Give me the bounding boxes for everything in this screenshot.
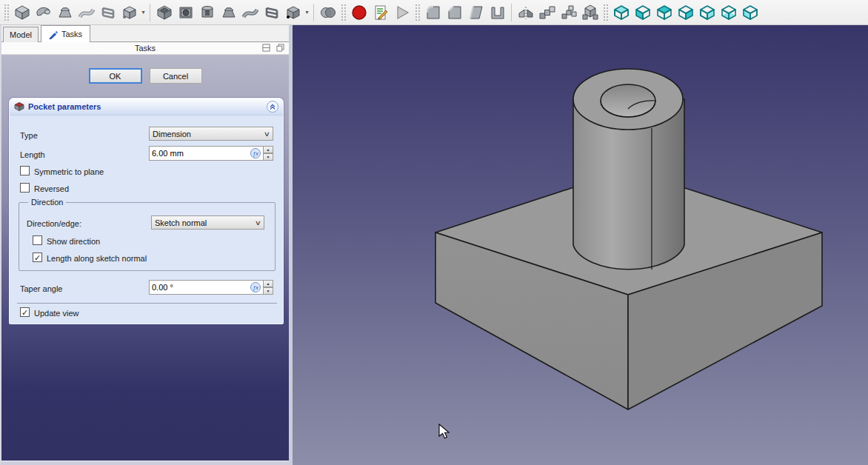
pocket-parameters-header: Pocket parameters bbox=[10, 98, 283, 116]
direction-group-label: Direction bbox=[28, 198, 66, 207]
toolbar-drag-handle[interactable] bbox=[603, 4, 608, 21]
length-spinner bbox=[263, 146, 273, 161]
length-along-sketch-normal-label: Length along sketch normal bbox=[47, 254, 147, 263]
toolbar-drag-handle[interactable] bbox=[415, 4, 420, 21]
spin-down-icon[interactable] bbox=[263, 153, 273, 161]
spin-down-icon[interactable] bbox=[263, 287, 273, 295]
pocket-parameters-dialog: Pocket parameters Type Dimension ∨ Lengt… bbox=[9, 98, 284, 324]
direction-edge-combobox[interactable]: Sketch normal ∨ bbox=[151, 215, 264, 230]
pocket-button[interactable] bbox=[153, 1, 175, 23]
3d-viewport[interactable] bbox=[293, 25, 868, 465]
subtractive-helix-icon bbox=[263, 4, 281, 21]
groove-button[interactable] bbox=[196, 1, 218, 23]
symmetric-to-plane-label: Symmetric to plane bbox=[34, 167, 104, 176]
additive-sweep-button[interactable] bbox=[76, 1, 97, 23]
cancel-button[interactable]: Cancel bbox=[150, 68, 202, 84]
mirrored-icon bbox=[517, 4, 535, 21]
view-rear-icon bbox=[698, 4, 716, 21]
tab-tasks-label: Tasks bbox=[61, 30, 82, 39]
toolbar-separator bbox=[150, 4, 150, 21]
type-combobox[interactable]: Dimension ∨ bbox=[149, 127, 273, 141]
thickness-button[interactable] bbox=[487, 1, 508, 23]
pad-icon bbox=[13, 4, 31, 21]
boolean-button[interactable] bbox=[317, 1, 338, 23]
main-toolbar: ▾ ▾ bbox=[0, 0, 868, 25]
taper-angle-label: Taper angle bbox=[20, 284, 63, 293]
draft-button[interactable] bbox=[465, 1, 487, 23]
type-combobox-value: Dimension bbox=[153, 130, 264, 138]
fillet-button[interactable] bbox=[422, 1, 444, 23]
draft-icon bbox=[467, 4, 485, 21]
toolbar-separator bbox=[511, 4, 512, 21]
tasks-panel-title: Tasks bbox=[1, 44, 289, 53]
3d-model-pad-with-pocket bbox=[293, 25, 868, 465]
taper-angle-input[interactable] bbox=[149, 280, 264, 295]
pocket-parameters-title: Pocket parameters bbox=[28, 102, 263, 111]
additive-primitives-icon bbox=[121, 4, 138, 21]
view-front-button[interactable] bbox=[632, 1, 653, 23]
chevron-down-icon: ∨ bbox=[255, 219, 261, 227]
macro-edit-button[interactable] bbox=[370, 1, 391, 23]
macro-record-icon bbox=[350, 4, 368, 21]
revolution-button[interactable] bbox=[33, 1, 54, 23]
mirrored-button[interactable] bbox=[515, 1, 536, 23]
reversed-checkbox[interactable] bbox=[20, 183, 30, 193]
subtractive-primitives-button[interactable] bbox=[282, 1, 304, 23]
revolution-icon bbox=[35, 4, 53, 21]
hole-button[interactable] bbox=[175, 1, 196, 23]
float-panel-icon[interactable] bbox=[276, 44, 284, 52]
tab-model[interactable]: Model bbox=[3, 27, 39, 42]
update-view-checkbox[interactable]: ✓ bbox=[20, 307, 30, 317]
view-front-icon bbox=[634, 4, 652, 21]
additive-primitives-button[interactable] bbox=[118, 1, 140, 23]
subtractive-sweep-button[interactable] bbox=[239, 1, 261, 23]
subtractive-loft-button[interactable] bbox=[218, 1, 239, 23]
linear-pattern-button[interactable] bbox=[536, 1, 558, 23]
subtractive-sweep-icon bbox=[241, 4, 259, 21]
pocket-icon bbox=[156, 4, 173, 21]
reversed-label: Reversed bbox=[34, 184, 69, 193]
show-direction-checkbox[interactable] bbox=[33, 235, 42, 245]
length-along-sketch-normal-checkbox[interactable]: ✓ bbox=[33, 252, 42, 262]
macro-execute-icon bbox=[393, 4, 411, 21]
symmetric-to-plane-checkbox[interactable] bbox=[20, 166, 30, 175]
pencil-icon bbox=[49, 30, 59, 39]
type-label: Type bbox=[20, 131, 38, 140]
spin-up-icon[interactable] bbox=[263, 146, 273, 153]
spin-up-icon[interactable] bbox=[263, 280, 273, 287]
macro-edit-icon bbox=[372, 4, 390, 21]
subtractive-helix-button[interactable] bbox=[261, 1, 282, 23]
view-right-button[interactable] bbox=[675, 1, 696, 23]
combo-view-panel: Model Tasks Tasks OK Cancel Pocket param… bbox=[0, 25, 289, 465]
toolbar-drag-handle[interactable] bbox=[4, 4, 9, 21]
view-bottom-button[interactable] bbox=[718, 1, 739, 23]
view-top-button[interactable] bbox=[653, 1, 675, 23]
toolbar-drag-handle[interactable] bbox=[341, 4, 346, 21]
pad-button[interactable] bbox=[11, 1, 33, 23]
multitransform-button[interactable] bbox=[579, 1, 601, 23]
view-left-button[interactable] bbox=[739, 1, 761, 23]
ok-button[interactable]: OK bbox=[89, 68, 142, 84]
view-axonometric-button[interactable] bbox=[610, 1, 632, 23]
additive-helix-icon bbox=[99, 4, 117, 21]
length-input[interactable] bbox=[149, 146, 264, 161]
taper-angle-spinner bbox=[263, 280, 273, 295]
expression-fx-icon[interactable] bbox=[250, 148, 261, 158]
dock-panel-icon[interactable] bbox=[262, 44, 270, 52]
tab-tasks[interactable]: Tasks bbox=[41, 25, 90, 42]
boolean-icon bbox=[319, 4, 337, 21]
macro-record-button[interactable] bbox=[348, 1, 370, 23]
subtractive-primitives-dropdown-arrow[interactable]: ▾ bbox=[304, 1, 310, 23]
expression-fx-icon[interactable] bbox=[250, 282, 261, 292]
collapse-section-button[interactable] bbox=[267, 101, 278, 113]
additive-primitives-dropdown-arrow[interactable]: ▾ bbox=[140, 1, 147, 23]
polar-pattern-button[interactable] bbox=[558, 1, 579, 23]
additive-helix-button[interactable] bbox=[97, 1, 118, 23]
chamfer-icon bbox=[446, 4, 464, 21]
length-label: Length bbox=[20, 150, 45, 159]
toolbar-separator bbox=[313, 4, 314, 21]
view-rear-button[interactable] bbox=[696, 1, 718, 23]
additive-loft-button[interactable] bbox=[54, 1, 76, 23]
chamfer-button[interactable] bbox=[444, 1, 465, 23]
macro-execute-button[interactable] bbox=[391, 1, 413, 23]
